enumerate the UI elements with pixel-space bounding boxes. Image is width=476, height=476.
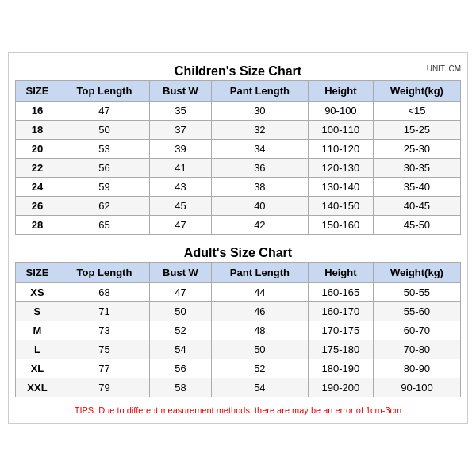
adult-table-row: M735248170-17560-70 <box>16 321 461 340</box>
children-table-cell: 50 <box>59 121 149 140</box>
adult-table-cell: 54 <box>150 340 212 359</box>
adult-table-cell: 54 <box>211 378 308 397</box>
children-table-cell: 26 <box>16 197 60 216</box>
children-table-cell: 65 <box>59 216 149 235</box>
adult-title-text: Adult's Size Chart <box>184 246 292 259</box>
children-size-table: SIZETop LengthBust WPant LengthHeightWei… <box>15 80 461 235</box>
adult-table-cell: XS <box>16 283 60 302</box>
children-header-cell: SIZE <box>16 81 60 102</box>
children-table-row: 20533934110-12025-30 <box>16 140 461 159</box>
adult-table-cell: 50 <box>211 340 308 359</box>
adult-table-cell: 56 <box>150 359 212 378</box>
children-unit-label: UNIT: CM <box>427 64 461 73</box>
adult-header-cell: Weight(kg) <box>373 263 460 283</box>
children-table-cell: 110-120 <box>308 140 373 159</box>
adult-table-cell: 71 <box>59 302 149 321</box>
adult-table-cell: XXL <box>16 378 60 397</box>
adult-table-row: L755450175-18070-80 <box>16 340 461 359</box>
children-header-cell: Top Length <box>59 81 149 102</box>
adult-table-cell: 80-90 <box>373 359 460 378</box>
children-table-cell: 34 <box>211 140 308 159</box>
children-table-row: 24594338130-14035-40 <box>16 178 461 197</box>
adult-table-cell: 175-180 <box>308 340 373 359</box>
children-table-cell: 90-100 <box>308 102 373 121</box>
children-table-cell: 35-40 <box>373 178 460 197</box>
adult-table-cell: 52 <box>211 359 308 378</box>
adult-table-cell: 75 <box>59 340 149 359</box>
adult-table-row: XXL795854190-20090-100 <box>16 378 461 397</box>
adult-table-cell: 190-200 <box>308 378 373 397</box>
adult-header-row: SIZETop LengthBust WPant LengthHeightWei… <box>16 263 461 283</box>
children-table-cell: 45 <box>150 197 212 216</box>
children-table-row: 28654742150-16045-50 <box>16 216 461 235</box>
adult-size-table: SIZETop LengthBust WPant LengthHeightWei… <box>15 262 461 397</box>
adult-table-cell: 44 <box>211 283 308 302</box>
adult-table-cell: 73 <box>59 321 149 340</box>
adult-table-cell: 160-170 <box>308 302 373 321</box>
adult-table-cell: L <box>16 340 60 359</box>
children-table-cell: 100-110 <box>308 121 373 140</box>
children-table-cell: 59 <box>59 178 149 197</box>
adult-header-cell: Height <box>308 263 373 283</box>
children-table-cell: 24 <box>16 178 60 197</box>
children-table-cell: 25-30 <box>373 140 460 159</box>
children-table-cell: 20 <box>16 140 60 159</box>
adult-table-row: XL775652180-19080-90 <box>16 359 461 378</box>
adult-table-cell: 48 <box>211 321 308 340</box>
children-header-cell: Height <box>308 81 373 102</box>
children-table-cell: 56 <box>59 159 149 178</box>
children-table-cell: 150-160 <box>308 216 373 235</box>
adult-table-cell: 55-60 <box>373 302 460 321</box>
children-table-row: 22564136120-13030-35 <box>16 159 461 178</box>
adult-table-cell: 90-100 <box>373 378 460 397</box>
children-table-cell: 42 <box>211 216 308 235</box>
adult-table-cell: 50 <box>150 302 212 321</box>
adult-table-cell: 50-55 <box>373 283 460 302</box>
adult-section-title: Adult's Size Chart <box>15 241 461 262</box>
children-table-cell: 32 <box>211 121 308 140</box>
adult-table-cell: 58 <box>150 378 212 397</box>
children-table-cell: 53 <box>59 140 149 159</box>
adult-table-cell: S <box>16 302 60 321</box>
children-title-text: Children's Size Chart <box>175 64 301 78</box>
children-table-cell: 62 <box>59 197 149 216</box>
children-table-cell: 120-130 <box>308 159 373 178</box>
children-table-cell: 36 <box>211 159 308 178</box>
adult-table-row: XS684744160-16550-55 <box>16 283 461 302</box>
children-header-cell: Pant Length <box>211 81 308 102</box>
children-header-cell: Bust W <box>150 81 212 102</box>
adult-table-cell: 52 <box>150 321 212 340</box>
children-table-cell: 22 <box>16 159 60 178</box>
children-table-cell: 37 <box>150 121 212 140</box>
children-table-cell: 16 <box>16 102 60 121</box>
children-section-title: Children's Size Chart UNIT: CM <box>15 60 461 80</box>
adult-table-cell: 170-175 <box>308 321 373 340</box>
children-table-cell: <15 <box>373 102 460 121</box>
children-table-cell: 130-140 <box>308 178 373 197</box>
adult-table-cell: 46 <box>211 302 308 321</box>
children-table-cell: 30 <box>211 102 308 121</box>
adult-table-cell: 77 <box>59 359 149 378</box>
adult-table-row: S715046160-17055-60 <box>16 302 461 321</box>
children-header-cell: Weight(kg) <box>373 81 460 102</box>
tips-text: TIPS: Due to different measurement metho… <box>15 404 461 416</box>
adult-table-cell: 68 <box>59 283 149 302</box>
adult-table-cell: XL <box>16 359 60 378</box>
children-table-cell: 43 <box>150 178 212 197</box>
children-table-cell: 140-150 <box>308 197 373 216</box>
children-header-row: SIZETop LengthBust WPant LengthHeightWei… <box>16 81 461 102</box>
adult-header-cell: Top Length <box>59 263 149 283</box>
children-table-cell: 38 <box>211 178 308 197</box>
children-table-cell: 39 <box>150 140 212 159</box>
adult-table-cell: 70-80 <box>373 340 460 359</box>
children-table-cell: 45-50 <box>373 216 460 235</box>
adult-header-cell: Bust W <box>150 263 212 283</box>
children-table-cell: 40-45 <box>373 197 460 216</box>
adult-table-cell: 60-70 <box>373 321 460 340</box>
children-table-cell: 47 <box>59 102 149 121</box>
children-table-cell: 18 <box>16 121 60 140</box>
adult-table-cell: 79 <box>59 378 149 397</box>
adult-table-cell: 160-165 <box>308 283 373 302</box>
size-chart-container: Children's Size Chart UNIT: CM SIZETop L… <box>8 52 468 424</box>
children-table-cell: 15-25 <box>373 121 460 140</box>
